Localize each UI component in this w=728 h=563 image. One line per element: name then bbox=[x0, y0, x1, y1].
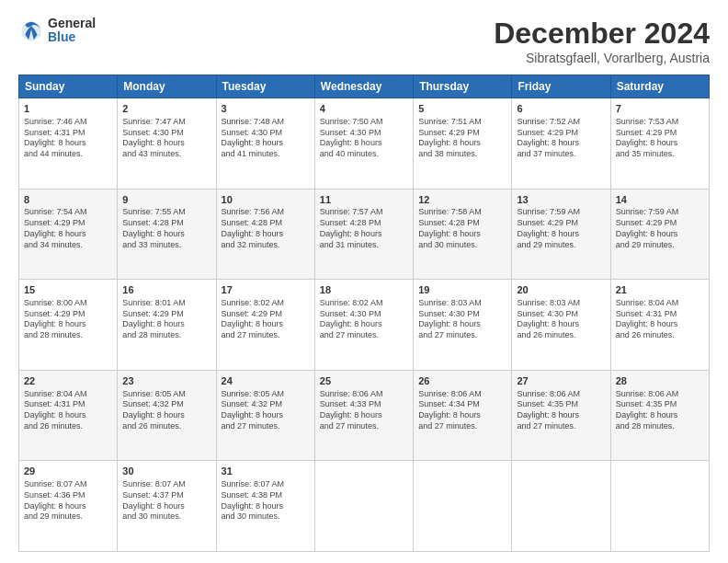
day-cell: 26Sunrise: 8:06 AM Sunset: 4:34 PM Dayli… bbox=[414, 370, 512, 461]
day-info: Sunrise: 7:59 AM Sunset: 4:29 PM Dayligh… bbox=[616, 207, 704, 250]
day-cell: 12Sunrise: 7:58 AM Sunset: 4:28 PM Dayli… bbox=[414, 189, 512, 280]
day-cell: 31Sunrise: 8:07 AM Sunset: 4:38 PM Dayli… bbox=[216, 461, 314, 552]
day-cell: 29Sunrise: 8:07 AM Sunset: 4:36 PM Dayli… bbox=[19, 461, 118, 552]
day-cell bbox=[512, 461, 610, 552]
day-number: 29 bbox=[24, 465, 112, 478]
day-cell: 10Sunrise: 7:56 AM Sunset: 4:28 PM Dayli… bbox=[216, 189, 314, 280]
day-info: Sunrise: 8:07 AM Sunset: 4:37 PM Dayligh… bbox=[122, 479, 210, 523]
logo-icon bbox=[18, 17, 44, 43]
day-info: Sunrise: 7:47 AM Sunset: 4:30 PM Dayligh… bbox=[122, 117, 210, 160]
logo-text: General Blue bbox=[48, 17, 96, 45]
day-number: 28 bbox=[616, 374, 704, 388]
day-cell: 25Sunrise: 8:06 AM Sunset: 4:33 PM Dayli… bbox=[314, 370, 413, 461]
day-cell: 18Sunrise: 8:02 AM Sunset: 4:30 PM Dayli… bbox=[314, 280, 413, 371]
day-info: Sunrise: 8:06 AM Sunset: 4:35 PM Dayligh… bbox=[517, 389, 605, 432]
logo: General Blue bbox=[18, 17, 96, 45]
day-cell: 13Sunrise: 7:59 AM Sunset: 4:29 PM Dayli… bbox=[512, 189, 610, 280]
day-number: 30 bbox=[122, 465, 210, 478]
day-number: 10 bbox=[222, 193, 310, 207]
week-row-5: 29Sunrise: 8:07 AM Sunset: 4:36 PM Dayli… bbox=[19, 461, 710, 552]
day-number: 8 bbox=[24, 193, 112, 207]
title-block: December 2024 Sibratsgfaell, Vorarlberg,… bbox=[494, 17, 710, 65]
day-number: 21 bbox=[616, 283, 704, 297]
logo-general-text: General bbox=[48, 17, 96, 30]
header-tuesday: Tuesday bbox=[216, 75, 314, 98]
day-info: Sunrise: 8:04 AM Sunset: 4:31 PM Dayligh… bbox=[616, 298, 704, 341]
day-info: Sunrise: 7:59 AM Sunset: 4:29 PM Dayligh… bbox=[517, 207, 605, 250]
day-info: Sunrise: 7:50 AM Sunset: 4:30 PM Dayligh… bbox=[320, 117, 408, 160]
header-sunday: Sunday bbox=[19, 75, 118, 98]
day-number: 13 bbox=[517, 193, 605, 207]
header-wednesday: Wednesday bbox=[314, 75, 413, 98]
day-number: 25 bbox=[320, 374, 408, 388]
day-info: Sunrise: 8:00 AM Sunset: 4:29 PM Dayligh… bbox=[24, 298, 112, 341]
day-cell: 30Sunrise: 8:07 AM Sunset: 4:37 PM Dayli… bbox=[118, 461, 216, 552]
day-info: Sunrise: 8:02 AM Sunset: 4:29 PM Dayligh… bbox=[222, 298, 310, 341]
week-row-1: 1Sunrise: 7:46 AM Sunset: 4:31 PM Daylig… bbox=[19, 98, 710, 190]
header-saturday: Saturday bbox=[610, 75, 709, 98]
day-cell: 21Sunrise: 8:04 AM Sunset: 4:31 PM Dayli… bbox=[610, 280, 709, 371]
day-number: 14 bbox=[616, 193, 704, 207]
day-number: 27 bbox=[517, 374, 605, 388]
header-monday: Monday bbox=[118, 75, 216, 98]
day-number: 19 bbox=[418, 283, 506, 297]
day-info: Sunrise: 8:04 AM Sunset: 4:31 PM Dayligh… bbox=[24, 389, 112, 432]
day-cell: 22Sunrise: 8:04 AM Sunset: 4:31 PM Dayli… bbox=[19, 370, 118, 461]
page: General Blue December 2024 Sibratsgfaell… bbox=[0, 0, 728, 563]
day-info: Sunrise: 7:56 AM Sunset: 4:28 PM Dayligh… bbox=[222, 207, 310, 250]
day-cell: 17Sunrise: 8:02 AM Sunset: 4:29 PM Dayli… bbox=[216, 280, 314, 371]
calendar-body: 1Sunrise: 7:46 AM Sunset: 4:31 PM Daylig… bbox=[19, 98, 710, 552]
day-cell: 19Sunrise: 8:03 AM Sunset: 4:30 PM Dayli… bbox=[414, 280, 512, 371]
day-number: 5 bbox=[418, 102, 506, 116]
day-info: Sunrise: 7:58 AM Sunset: 4:28 PM Dayligh… bbox=[418, 207, 506, 250]
day-number: 23 bbox=[122, 374, 210, 388]
calendar-subtitle: Sibratsgfaell, Vorarlberg, Austria bbox=[494, 51, 710, 65]
week-row-3: 15Sunrise: 8:00 AM Sunset: 4:29 PM Dayli… bbox=[19, 280, 710, 371]
day-number: 11 bbox=[320, 193, 408, 207]
day-info: Sunrise: 8:07 AM Sunset: 4:38 PM Dayligh… bbox=[222, 479, 310, 523]
day-cell: 23Sunrise: 8:05 AM Sunset: 4:32 PM Dayli… bbox=[118, 370, 216, 461]
day-info: Sunrise: 8:05 AM Sunset: 4:32 PM Dayligh… bbox=[122, 389, 210, 432]
calendar-header: SundayMondayTuesdayWednesdayThursdayFrid… bbox=[19, 75, 710, 98]
day-info: Sunrise: 7:46 AM Sunset: 4:31 PM Dayligh… bbox=[24, 117, 112, 160]
day-info: Sunrise: 7:55 AM Sunset: 4:28 PM Dayligh… bbox=[122, 207, 210, 250]
header-thursday: Thursday bbox=[414, 75, 512, 98]
day-info: Sunrise: 7:54 AM Sunset: 4:29 PM Dayligh… bbox=[24, 207, 112, 250]
day-cell: 14Sunrise: 7:59 AM Sunset: 4:29 PM Dayli… bbox=[610, 189, 709, 280]
day-cell: 8Sunrise: 7:54 AM Sunset: 4:29 PM Daylig… bbox=[19, 189, 118, 280]
day-cell: 3Sunrise: 7:48 AM Sunset: 4:30 PM Daylig… bbox=[216, 98, 314, 190]
day-number: 17 bbox=[222, 283, 310, 297]
day-number: 12 bbox=[418, 193, 506, 207]
calendar-title: December 2024 bbox=[494, 17, 710, 51]
day-number: 24 bbox=[222, 374, 310, 388]
day-info: Sunrise: 7:51 AM Sunset: 4:29 PM Dayligh… bbox=[418, 117, 506, 160]
header-friday: Friday bbox=[512, 75, 610, 98]
calendar-table: SundayMondayTuesdayWednesdayThursdayFrid… bbox=[18, 75, 710, 552]
day-cell: 24Sunrise: 8:05 AM Sunset: 4:32 PM Dayli… bbox=[216, 370, 314, 461]
day-cell: 16Sunrise: 8:01 AM Sunset: 4:29 PM Dayli… bbox=[118, 280, 216, 371]
header-row: SundayMondayTuesdayWednesdayThursdayFrid… bbox=[19, 75, 710, 98]
day-number: 31 bbox=[222, 465, 310, 478]
day-number: 26 bbox=[418, 374, 506, 388]
day-cell bbox=[610, 461, 709, 552]
day-number: 15 bbox=[24, 283, 112, 297]
day-number: 7 bbox=[616, 102, 704, 116]
day-info: Sunrise: 8:01 AM Sunset: 4:29 PM Dayligh… bbox=[122, 298, 210, 341]
day-cell: 6Sunrise: 7:52 AM Sunset: 4:29 PM Daylig… bbox=[512, 98, 610, 190]
week-row-2: 8Sunrise: 7:54 AM Sunset: 4:29 PM Daylig… bbox=[19, 189, 710, 280]
day-number: 22 bbox=[24, 374, 112, 388]
day-number: 3 bbox=[222, 102, 310, 116]
day-info: Sunrise: 7:53 AM Sunset: 4:29 PM Dayligh… bbox=[616, 117, 704, 160]
day-info: Sunrise: 8:02 AM Sunset: 4:30 PM Dayligh… bbox=[320, 298, 408, 341]
day-info: Sunrise: 8:06 AM Sunset: 4:34 PM Dayligh… bbox=[418, 389, 506, 432]
day-cell bbox=[414, 461, 512, 552]
day-cell: 2Sunrise: 7:47 AM Sunset: 4:30 PM Daylig… bbox=[118, 98, 216, 190]
day-cell: 27Sunrise: 8:06 AM Sunset: 4:35 PM Dayli… bbox=[512, 370, 610, 461]
header: General Blue December 2024 Sibratsgfaell… bbox=[18, 17, 710, 65]
day-cell: 5Sunrise: 7:51 AM Sunset: 4:29 PM Daylig… bbox=[414, 98, 512, 190]
day-number: 2 bbox=[122, 102, 210, 116]
day-number: 1 bbox=[24, 102, 112, 116]
day-cell bbox=[314, 461, 413, 552]
day-number: 16 bbox=[122, 283, 210, 297]
day-number: 9 bbox=[122, 193, 210, 207]
